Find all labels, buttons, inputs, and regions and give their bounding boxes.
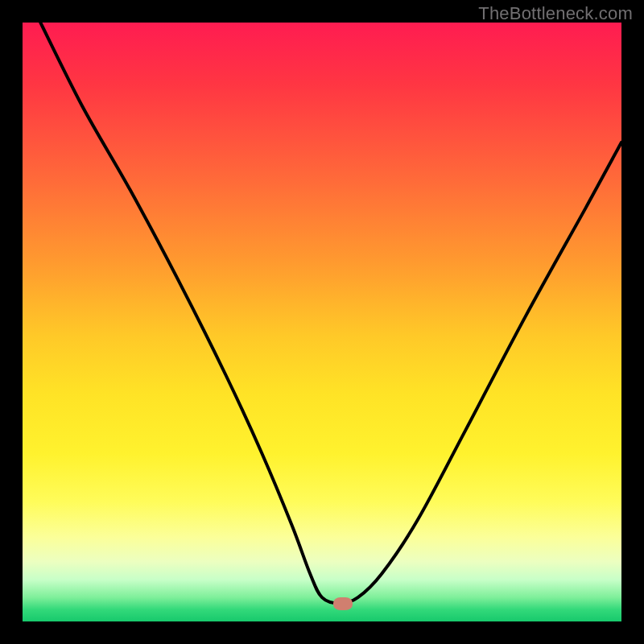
bottleneck-curve: [23, 23, 621, 621]
optimal-marker: [333, 597, 353, 610]
watermark-text: TheBottleneck.com: [478, 3, 633, 24]
chart-frame: TheBottleneck.com: [0, 0, 644, 644]
plot-area: [23, 23, 621, 621]
